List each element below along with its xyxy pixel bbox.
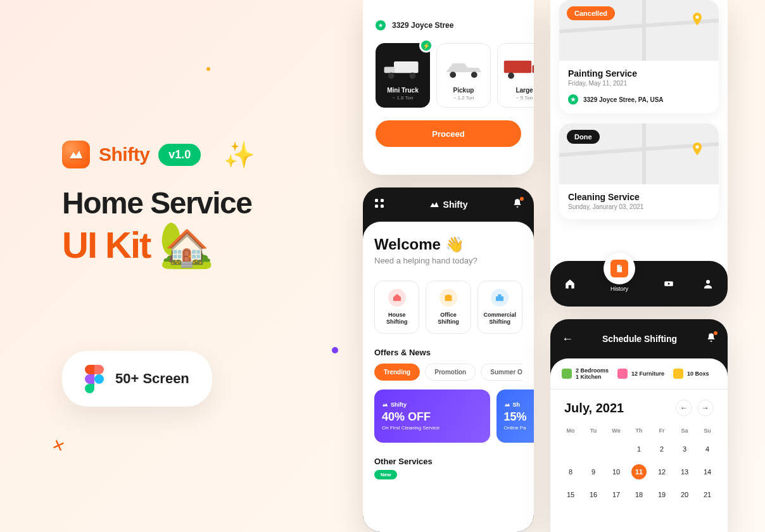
summary-item: 10 Boxs [673, 367, 709, 380]
svg-rect-12 [375, 205, 378, 208]
offer-card[interactable]: Shifty40% OFFOn First Cleaning Service [374, 390, 490, 443]
calendar-dow: Mo [559, 424, 582, 438]
calendar-cell[interactable]: 15 [559, 483, 582, 506]
filter-tag[interactable]: Trending [374, 364, 420, 381]
service-card[interactable]: HouseShifting [374, 281, 419, 334]
svg-point-15 [695, 145, 699, 148]
svg-rect-1 [384, 67, 395, 73]
figma-pill: 50+ Screen [62, 351, 212, 407]
offer-brand: Shifty [382, 402, 483, 408]
calendar-cell[interactable]: 8 [559, 460, 582, 483]
phone-history: CancelledPainting ServiceFriday, May 11,… [550, 0, 728, 307]
summary-text: 2 Bedrooms1 Kitchen [576, 367, 609, 380]
summary-item: 2 Bedrooms1 Kitchen [562, 367, 609, 380]
status-chip: Cancelled [567, 6, 615, 20]
sparkles-icon: ✨ [224, 142, 255, 167]
calendar-cell[interactable]: 20 [673, 483, 696, 506]
bottom-nav: History [550, 261, 728, 307]
svg-rect-13 [381, 205, 384, 208]
nav-profile-icon[interactable] [702, 278, 714, 289]
calendar-cell[interactable]: 17 [605, 483, 628, 506]
vehicle-name: Mini Truck [387, 87, 418, 94]
history-card[interactable]: CancelledPainting ServiceFriday, May 11,… [559, 0, 719, 113]
offer-brand: Sh [504, 402, 534, 408]
welcome-heading: Welcome 👋 [374, 236, 522, 253]
map-pin-icon [690, 11, 705, 27]
vehicle-name: Pickup [453, 87, 474, 94]
vehicle-option[interactable]: ⚡Mini Truck~ 1.8 Ton [376, 43, 430, 108]
vehicle-option[interactable]: Pickup~ 1.2 Ton [436, 43, 491, 108]
calendar-cell[interactable]: 11 [628, 460, 650, 483]
nav-home-icon[interactable] [564, 278, 576, 289]
calendar-cell [559, 438, 582, 460]
service-label: HouseShifting [386, 312, 408, 326]
summary-text: 12 Furniture [631, 370, 664, 377]
filter-tag[interactable]: Promotion [425, 364, 476, 381]
vehicle-spec: ~ 1.8 Ton [393, 95, 414, 101]
filter-tag[interactable]: Summer Offer [481, 364, 522, 381]
svg-rect-6 [504, 61, 531, 73]
calendar-cell[interactable]: 18 [628, 483, 650, 506]
history-card[interactable]: DoneCleaning ServiceSunday, Janurary 03,… [559, 124, 719, 219]
calendar-cell [582, 438, 605, 460]
proceed-button[interactable]: Proceed [376, 120, 521, 147]
svg-point-3 [410, 73, 416, 79]
calendar-cell[interactable]: 16 [582, 483, 605, 506]
summary-icon [562, 369, 572, 379]
schedule-title: Schedule Shifting [602, 334, 677, 344]
calendar-next-icon[interactable]: → [697, 400, 714, 416]
calendar-cell[interactable]: 10 [605, 460, 628, 483]
calendar-cell[interactable]: 9 [582, 460, 605, 483]
service-label: CommercialShifting [484, 312, 517, 326]
service-card[interactable]: OfficeShifting [426, 281, 471, 334]
calendar-cell[interactable]: 14 [696, 460, 719, 483]
pill-text: 50+ Screen [115, 370, 189, 387]
calendar-cell[interactable]: 1 [628, 438, 650, 460]
service-card[interactable]: CommercialShifting [477, 281, 522, 334]
calendar-dow: Th [628, 424, 650, 438]
app-logo: Shifty [429, 200, 468, 210]
summary-text: 10 Boxs [687, 370, 709, 377]
dot-deco [206, 67, 210, 71]
nav-history-button[interactable] [604, 253, 635, 284]
status-chip: Done [567, 130, 600, 144]
offer-card[interactable]: Sh15%Online Pa [496, 390, 534, 443]
calendar-cell[interactable]: 19 [650, 483, 673, 506]
calendar-cell[interactable]: 2 [650, 438, 673, 460]
calendar-prev-icon[interactable]: ← [676, 400, 692, 416]
menu-grid-icon[interactable] [374, 198, 384, 211]
brand-name: Shifty [99, 144, 149, 165]
nav-ticket-icon[interactable] [663, 278, 674, 289]
new-chip: New [374, 470, 397, 479]
summary-item: 12 Furniture [617, 367, 664, 380]
vehicle-spec: ~ 5 Ton [516, 95, 533, 101]
figma-logo-icon [85, 365, 104, 393]
vehicle-option[interactable]: Large~ 5 Ton [497, 43, 534, 108]
service-icon [491, 289, 509, 307]
back-icon[interactable]: ← [562, 332, 573, 346]
service-icon [439, 289, 457, 307]
map-thumbnail: Cancelled [559, 0, 719, 61]
svg-point-14 [695, 15, 699, 18]
svg-rect-0 [394, 61, 419, 73]
app-logo-text: Shifty [443, 200, 468, 210]
vehicle-spec: ~ 1.2 Ton [453, 95, 474, 101]
phone-schedule: ← Schedule Shifting 2 Bedrooms1 Kitchen1… [550, 319, 728, 532]
calendar-dow: Sa [673, 424, 696, 438]
svg-rect-7 [533, 65, 534, 73]
calendar-grid: MoTuWeThFrSaSu 1234891011121314151617181… [559, 424, 719, 506]
address-pin-icon: ★ [568, 94, 578, 104]
phone-vehicle-select: ★ 3329 Joyce Stree ⚡Mini Truck~ 1.8 TonP… [363, 0, 534, 175]
calendar-cell[interactable]: 13 [673, 460, 696, 483]
pickup-address: ★ 3329 Joyce Stree [376, 20, 521, 30]
service-date: Sunday, Janurary 03, 2021 [568, 203, 710, 210]
calendar-cell[interactable]: 21 [696, 483, 719, 506]
calendar-dow: Su [696, 424, 719, 438]
notifications-icon[interactable] [706, 332, 716, 345]
calendar-cell[interactable]: 4 [696, 438, 719, 460]
welcome-subtitle: Need a helping hand today? [374, 256, 522, 265]
phone-welcome: Shifty Welcome 👋 Need a helping hand tod… [363, 187, 534, 532]
notifications-icon[interactable] [512, 198, 522, 211]
calendar-cell[interactable]: 12 [650, 460, 673, 483]
calendar-cell[interactable]: 3 [673, 438, 696, 460]
